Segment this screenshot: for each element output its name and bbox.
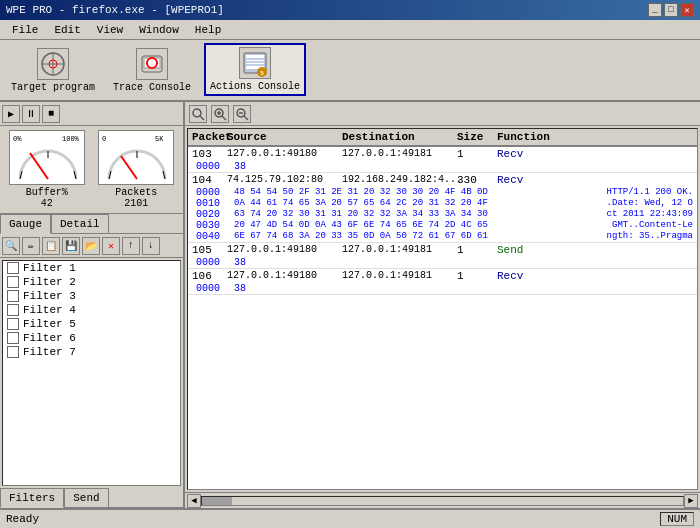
filter-search-button[interactable]: 🔍 <box>2 237 20 255</box>
menu-edit[interactable]: Edit <box>46 22 88 38</box>
buffer-gauge-container: 0% 100% Buffer% 42 <box>4 130 90 209</box>
packet-size-106: 1 <box>457 270 497 282</box>
scroll-right-button[interactable]: ▶ <box>684 494 698 508</box>
packet-table[interactable]: Packet Source Destination Size Function … <box>187 128 698 490</box>
right-toolbar <box>185 102 700 126</box>
svg-text:0%: 0% <box>13 135 22 143</box>
filter-down-button[interactable]: ↓ <box>142 237 160 255</box>
filter-label-3: Filter 3 <box>23 290 76 302</box>
packet-source-106: 127.0.0.1:49180 <box>227 270 342 282</box>
filter-item-1[interactable]: Filter 1 <box>3 261 180 275</box>
minimize-button[interactable]: _ <box>648 3 662 17</box>
table-row[interactable]: 106 127.0.0.1:49180 127.0.0.1:49181 1 Re… <box>188 269 697 295</box>
window-title: WPE PRO - firefox.exe - [WPEPRO1] <box>6 4 224 16</box>
scroll-left-button[interactable]: ◀ <box>187 494 201 508</box>
tab-gauge[interactable]: Gauge <box>0 214 51 234</box>
packet-func-103: Recv <box>497 148 693 160</box>
filter-tab-bar: Filters Send <box>0 488 183 508</box>
trace-console-button[interactable]: Trace Console <box>108 45 196 96</box>
pause-button[interactable]: ⏸ <box>22 105 40 123</box>
trace-console-label: Trace Console <box>113 82 191 93</box>
trace-console-icon <box>136 48 168 80</box>
status-bar: Ready NUM <box>0 508 700 528</box>
packet-func-106: Recv <box>497 270 693 282</box>
filter-open-button[interactable]: 📂 <box>82 237 100 255</box>
packet-hex-104: 0000 48 54 54 50 2F 31 2E 31 20 32 30 30… <box>188 187 697 242</box>
filter-copy-button[interactable]: 📋 <box>42 237 60 255</box>
packet-table-header: Packet Source Destination Size Function <box>188 129 697 147</box>
menu-view[interactable]: View <box>89 22 131 38</box>
packet-main-row-106[interactable]: 106 127.0.0.1:49180 127.0.0.1:49181 1 Re… <box>188 269 697 283</box>
filter-checkbox-3[interactable] <box>7 290 19 302</box>
filter-item-6[interactable]: Filter 6 <box>3 331 180 345</box>
packets-label: Packets <box>115 187 157 198</box>
packet-size-104: 330 <box>457 174 497 186</box>
stop-button[interactable]: ■ <box>42 105 60 123</box>
menu-file[interactable]: File <box>4 22 46 38</box>
header-packet: Packet <box>192 131 227 143</box>
table-row[interactable]: 105 127.0.0.1:49180 127.0.0.1:49181 1 Se… <box>188 243 697 269</box>
filter-label-1: Filter 1 <box>23 262 76 274</box>
filter-item-3[interactable]: Filter 3 <box>3 289 180 303</box>
filter-checkbox-4[interactable] <box>7 304 19 316</box>
filter-up-button[interactable]: ↑ <box>122 237 140 255</box>
hex-row: 0000 38 <box>192 283 693 294</box>
header-source: Source <box>227 131 342 143</box>
header-destination: Destination <box>342 131 457 143</box>
table-row[interactable]: 103 127.0.0.1:49180 127.0.0.1:49181 1 Re… <box>188 147 697 173</box>
hex-row: 0000 38 <box>192 257 693 268</box>
right-zoom-in-button[interactable] <box>211 105 229 123</box>
svg-text:5: 5 <box>260 70 264 77</box>
filter-checkbox-1[interactable] <box>7 262 19 274</box>
packet-size-105: 1 <box>457 244 497 256</box>
svg-line-34 <box>244 116 248 120</box>
filter-checkbox-6[interactable] <box>7 332 19 344</box>
filter-item-5[interactable]: Filter 5 <box>3 317 180 331</box>
filter-item-2[interactable]: Filter 2 <box>3 275 180 289</box>
status-text: Ready <box>6 513 39 525</box>
filter-checkbox-7[interactable] <box>7 346 19 358</box>
right-panel: Packet Source Destination Size Function … <box>185 102 700 508</box>
scroll-track[interactable] <box>201 496 684 506</box>
filter-item-4[interactable]: Filter 4 <box>3 303 180 317</box>
packets-value: 2101 <box>124 198 148 209</box>
packet-dest-103: 127.0.0.1:49181 <box>342 148 457 160</box>
target-program-button[interactable]: Target program <box>6 45 100 96</box>
filter-delete-button[interactable]: ✕ <box>102 237 120 255</box>
filter-edit-button[interactable]: ✏ <box>22 237 40 255</box>
filter-checkbox-2[interactable] <box>7 276 19 288</box>
tab-filters[interactable]: Filters <box>0 488 64 508</box>
menu-window[interactable]: Window <box>131 22 187 38</box>
tab-send[interactable]: Send <box>64 488 108 507</box>
hex-row: 0000 48 54 54 50 2F 31 2E 31 20 32 30 30… <box>192 187 693 198</box>
filter-label-6: Filter 6 <box>23 332 76 344</box>
table-row[interactable]: 104 74.125.79.102:80 192.168.249.182:4..… <box>188 173 697 243</box>
horizontal-scrollbar[interactable]: ◀ ▶ <box>185 492 700 508</box>
right-zoom-out-button[interactable] <box>233 105 251 123</box>
filter-checkbox-5[interactable] <box>7 318 19 330</box>
packets-gauge-container: 0 5K Packets 2101 <box>94 130 180 209</box>
maximize-button[interactable]: □ <box>664 3 678 17</box>
packet-main-row-103[interactable]: 103 127.0.0.1:49180 127.0.0.1:49181 1 Re… <box>188 147 697 161</box>
packet-dest-104: 192.168.249.182:4... <box>342 174 457 186</box>
filter-label-7: Filter 7 <box>23 346 76 358</box>
tab-detail[interactable]: Detail <box>51 214 109 233</box>
menu-help[interactable]: Help <box>187 22 229 38</box>
play-button[interactable]: ▶ <box>2 105 20 123</box>
actions-console-button[interactable]: 5 Actions Console <box>204 43 306 96</box>
filter-item-7[interactable]: Filter 7 <box>3 345 180 359</box>
close-button[interactable]: ✕ <box>680 3 694 17</box>
packet-func-105: Send <box>497 244 693 256</box>
packet-source-103: 127.0.0.1:49180 <box>227 148 342 160</box>
num-indicator: NUM <box>660 512 694 526</box>
packet-main-row-105[interactable]: 105 127.0.0.1:49180 127.0.0.1:49181 1 Se… <box>188 243 697 257</box>
packet-hex-106: 0000 38 <box>188 283 697 294</box>
packet-source-105: 127.0.0.1:49180 <box>227 244 342 256</box>
status-right: NUM <box>660 512 694 526</box>
right-search-button[interactable] <box>189 105 207 123</box>
packets-gauge: 0 5K <box>98 130 174 185</box>
packet-main-row-104[interactable]: 104 74.125.79.102:80 192.168.249.182:4..… <box>188 173 697 187</box>
scroll-thumb[interactable] <box>202 497 232 505</box>
filter-save-button[interactable]: 💾 <box>62 237 80 255</box>
left-tab-bar: Gauge Detail <box>0 214 183 234</box>
